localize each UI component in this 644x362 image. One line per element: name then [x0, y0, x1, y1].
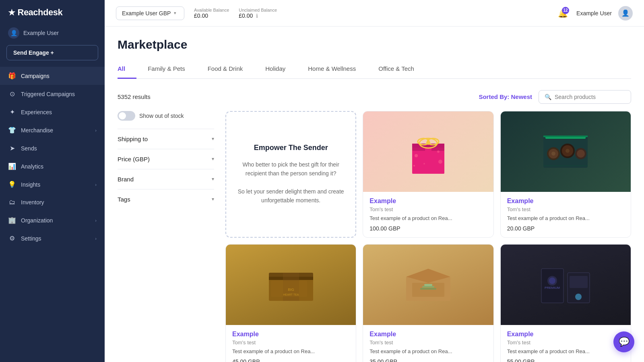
product-card-product-5[interactable]: PREMIUM Example Tom's test Test example … — [500, 244, 631, 362]
svg-rect-38 — [420, 288, 436, 290]
svg-point-21 — [577, 150, 585, 158]
brand-header[interactable]: Brand ▾ — [118, 176, 214, 183]
search-box[interactable]: 🔍 — [539, 90, 631, 104]
product-desc-product-5: Test example of a product on Rea... — [507, 348, 624, 355]
results-count: 5352 results — [118, 93, 151, 100]
triggered-campaigns-icon: ⊙ — [8, 90, 16, 98]
main-content: Example User GBP ▾ Available Balance £0.… — [105, 0, 644, 362]
tab-food-drink[interactable]: Food & Drink — [196, 61, 254, 79]
brand-label: Brand — [118, 176, 134, 183]
product-price-product-3: 45.00 GBP — [232, 358, 349, 362]
sidebar-item-sends[interactable]: ➤ Sends — [0, 139, 105, 157]
sidebar-item-label-triggered-campaigns: Triggered Campaigns — [21, 91, 75, 97]
chat-icon: 💬 — [619, 337, 630, 347]
tab-office-tech[interactable]: Office & Tech — [367, 61, 425, 79]
available-balance-value: £0.00 — [194, 12, 229, 19]
sidebar-item-label-settings: Settings — [21, 235, 41, 242]
product-card-product-2[interactable]: Example Tom's test Test example of a pro… — [500, 111, 631, 238]
send-engage-button[interactable]: Send Engage + — [6, 45, 98, 60]
sidebar-item-merchandise[interactable]: 👕 Merchandise › — [0, 121, 105, 139]
search-input[interactable] — [555, 94, 625, 100]
svg-point-7 — [426, 141, 430, 145]
sidebar-item-settings[interactable]: ⚙ Settings › — [0, 229, 105, 247]
sidebar-nav: 🎁 Campaigns ⊙ Triggered Campaigns ✦ Expe… — [0, 67, 105, 247]
product-vendor-product-1: Tom's test — [369, 206, 487, 212]
sidebar-item-analytics[interactable]: 📊 Analytics — [0, 157, 105, 175]
app-name: Reachdesk — [18, 7, 63, 18]
chat-button[interactable]: 💬 — [613, 331, 634, 352]
marketplace-body: Show out of stock Shipping to ▾ Price (G… — [118, 111, 631, 362]
tab-family-pets[interactable]: Family & Pets — [136, 61, 196, 79]
product-price-product-4: 35.00 GBP — [369, 358, 487, 362]
out-of-stock-toggle[interactable] — [118, 111, 135, 121]
product-desc-product-4: Test example of a product on Rea... — [369, 348, 487, 355]
empower-card[interactable]: Empower The Sender Who better to pick th… — [225, 111, 356, 238]
tab-home-wellness[interactable]: Home & Wellness — [297, 61, 367, 79]
price-header[interactable]: Price (GBP) ▾ — [118, 156, 214, 162]
user-avatar[interactable]: 👤 — [618, 6, 633, 21]
product-info-product-1: Example Tom's test Test example of a pro… — [363, 192, 493, 237]
merchandise-icon: 👕 — [8, 126, 16, 134]
out-of-stock-label: Show out of stock — [139, 113, 184, 119]
sidebar-item-experiences[interactable]: ✦ Experiences — [0, 103, 105, 121]
product-name-product-3: Example — [232, 331, 349, 338]
unclaimed-balance-value: £0.00 ℹ — [239, 12, 277, 19]
product-image-product-5: PREMIUM — [501, 245, 631, 325]
tags-header[interactable]: Tags ▾ — [118, 196, 214, 203]
sidebar-user: 👤 Example User — [0, 23, 105, 45]
product-card-product-3[interactable]: BIG HEART TEA Example Tom's test Test ex… — [225, 244, 356, 362]
svg-text:PREMIUM: PREMIUM — [545, 286, 560, 290]
product-price-product-2: 20.00 GBP — [507, 225, 624, 232]
send-engage-label: Send Engage + — [13, 49, 54, 56]
product-info-product-3: Example Tom's test Test example of a pro… — [226, 325, 356, 362]
product-image-product-3: BIG HEART TEA — [226, 245, 356, 325]
product-name-product-4: Example — [369, 331, 487, 338]
svg-point-11 — [438, 160, 442, 164]
product-name-product-2: Example — [507, 197, 624, 205]
topbar-username: Example User — [576, 10, 612, 16]
price-chevron: ▾ — [212, 156, 214, 162]
shipping-to-label: Shipping to — [118, 136, 148, 142]
page-title: Marketplace — [118, 38, 631, 51]
organization-chevron: › — [95, 218, 97, 223]
account-selector-chevron: ▾ — [174, 10, 176, 16]
svg-rect-46 — [570, 276, 588, 288]
available-balance-group: Available Balance £0.00 — [194, 8, 229, 19]
product-info-product-4: Example Tom's test Test example of a pro… — [363, 325, 493, 362]
sends-icon: ➤ — [8, 144, 16, 152]
sidebar-item-label-analytics: Analytics — [21, 163, 43, 170]
sidebar-user-icon: 👤 — [8, 27, 19, 39]
product-vendor-product-2: Tom's test — [507, 206, 624, 212]
shipping-to-filter: Shipping to ▾ — [118, 129, 214, 149]
product-card-product-1[interactable]: Example Tom's test Test example of a pro… — [363, 111, 493, 238]
tab-all[interactable]: All — [118, 61, 136, 79]
out-of-stock-toggle-group: Show out of stock — [118, 111, 214, 121]
product-desc-product-1: Test example of a product on Rea... — [369, 215, 487, 222]
campaigns-icon: 🎁 — [8, 72, 16, 80]
notification-bell[interactable]: 🔔 12 — [555, 6, 570, 21]
account-selector[interactable]: Example User GBP ▾ — [116, 6, 184, 20]
shipping-to-header[interactable]: Shipping to ▾ — [118, 136, 214, 142]
product-image-product-1 — [363, 111, 493, 192]
sidebar-item-campaigns[interactable]: 🎁 Campaigns — [0, 67, 105, 85]
product-desc-product-2: Test example of a product on Rea... — [507, 215, 624, 222]
product-name-product-5: Example — [507, 331, 624, 338]
sorted-by-value[interactable]: Newest — [511, 93, 532, 100]
tags-label: Tags — [118, 196, 130, 203]
product-card-product-4[interactable]: Example Tom's test Test example of a pro… — [363, 244, 493, 362]
sidebar-item-inventory[interactable]: 🗂 Inventory — [0, 193, 105, 211]
svg-point-10 — [423, 163, 425, 165]
svg-point-22 — [551, 152, 555, 156]
settings-chevron: › — [95, 236, 97, 241]
sidebar-item-triggered-campaigns[interactable]: ⊙ Triggered Campaigns — [0, 85, 105, 103]
sidebar-item-label-sends: Sends — [21, 145, 37, 152]
svg-point-47 — [575, 294, 582, 300]
sidebar-item-organization[interactable]: 🏢 Organization › — [0, 211, 105, 229]
unclaimed-balance-label: Unclaimed Balance — [239, 8, 277, 12]
product-vendor-product-5: Tom's test — [507, 339, 624, 346]
product-image-product-2 — [501, 111, 631, 192]
svg-point-8 — [415, 154, 418, 157]
tab-holiday[interactable]: Holiday — [254, 61, 297, 79]
sidebar-item-label-experiences: Experiences — [21, 109, 52, 115]
sidebar-item-insights[interactable]: 💡 Insights › — [0, 175, 105, 193]
